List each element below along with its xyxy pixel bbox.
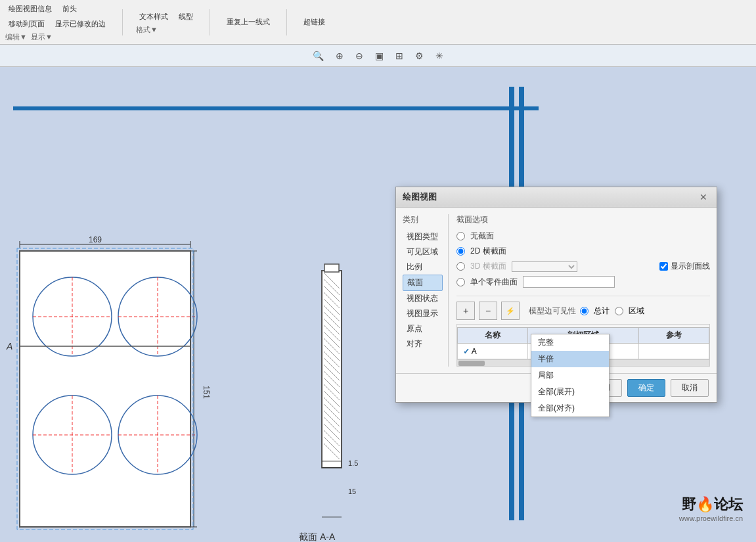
page-view-button[interactable]: ⊞ bbox=[391, 48, 408, 64]
cat-item-view-type[interactable]: 视图类型 bbox=[403, 229, 443, 244]
hyperlink-button[interactable]: 超链接 bbox=[300, 15, 328, 29]
label-show-section-line[interactable]: 显示剖面线 bbox=[671, 261, 710, 272]
table-cell-reference bbox=[639, 344, 709, 359]
ok-button[interactable]: 确定 bbox=[627, 379, 665, 397]
cat-item-section[interactable]: 截面 bbox=[403, 275, 443, 291]
remove-section-button[interactable]: − bbox=[479, 302, 497, 320]
cat-item-view-state[interactable]: 视图状态 bbox=[403, 291, 443, 306]
option-row-2d-section: 2D 横截面 bbox=[456, 246, 710, 257]
label-2d-section[interactable]: 2D 横截面 bbox=[470, 246, 506, 257]
radio-visibility-total[interactable] bbox=[580, 307, 589, 315]
edit-section-button[interactable]: ⚡ bbox=[501, 302, 520, 320]
special-button[interactable]: ✳ bbox=[431, 48, 448, 64]
svg-line-31 bbox=[324, 299, 340, 315]
arrow-button[interactable]: 前头 bbox=[59, 2, 80, 16]
label-visibility-region[interactable]: 区域 bbox=[629, 305, 644, 317]
toolbar-row-1: 绘图视图信息 前头 bbox=[5, 2, 80, 16]
text-style-button[interactable]: 文本样式 bbox=[136, 10, 171, 24]
option-row-no-section: 无截面 bbox=[456, 231, 710, 242]
visibility-radio-group: 总计 区域 bbox=[580, 305, 644, 317]
option-row-single-part: 单个零件曲面 bbox=[456, 276, 710, 288]
radio-2d-section[interactable] bbox=[456, 247, 465, 256]
svg-rect-54 bbox=[324, 264, 339, 272]
format-label: 格式▼ bbox=[136, 25, 158, 35]
edit-label: 编辑▼ bbox=[5, 32, 27, 42]
dropdown-item-half[interactable]: 半倍 bbox=[531, 351, 609, 367]
table-header-reference: 参考 bbox=[639, 328, 709, 344]
svg-text:1.5: 1.5 bbox=[348, 459, 358, 467]
repeat-last-button[interactable]: 重复上一线式 bbox=[223, 15, 273, 29]
move-to-page-button[interactable]: 移动到页面 bbox=[5, 17, 48, 31]
add-section-button[interactable]: + bbox=[456, 302, 475, 320]
svg-line-46 bbox=[324, 397, 340, 413]
svg-line-30 bbox=[324, 292, 340, 308]
option-row-3d-section: 3D 横截面 显示剖面线 bbox=[456, 261, 710, 272]
label-single-part[interactable]: 单个零件曲面 bbox=[470, 277, 518, 288]
logo-watermark: 野🔥论坛 www.proewildfire.cn bbox=[679, 495, 743, 522]
svg-line-37 bbox=[324, 338, 340, 354]
dialog-title-text: 绘图视图 bbox=[403, 191, 437, 203]
radio-no-section[interactable] bbox=[456, 232, 465, 240]
region-dropdown-list: 完整 半倍 局部 全部(展开) 全部(对齐) bbox=[531, 334, 610, 417]
separator-2 bbox=[210, 9, 210, 35]
svg-line-36 bbox=[324, 332, 340, 348]
logo-main-text: 野🔥论坛 bbox=[679, 495, 743, 514]
radio-single-part[interactable] bbox=[456, 278, 465, 286]
single-part-input[interactable] bbox=[523, 276, 615, 288]
label-no-section[interactable]: 无截面 bbox=[470, 231, 494, 242]
display-label: 显示▼ bbox=[31, 32, 53, 42]
cat-item-view-display[interactable]: 视图显示 bbox=[403, 306, 443, 321]
svg-line-53 bbox=[324, 443, 340, 459]
dropdown-item-full-align[interactable]: 全部(对齐) bbox=[531, 400, 609, 417]
radio-3d-section[interactable] bbox=[456, 262, 465, 271]
zoom-fit-button[interactable]: 🔍 bbox=[308, 48, 328, 64]
cat-item-scale[interactable]: 比例 bbox=[403, 260, 443, 275]
svg-line-38 bbox=[324, 345, 340, 361]
label-3d-section[interactable]: 3D 横截面 bbox=[470, 261, 506, 272]
dropdown-item-complete[interactable]: 完整 bbox=[531, 334, 609, 351]
dialog-close-button[interactable]: ✕ bbox=[697, 192, 710, 202]
svg-line-32 bbox=[324, 305, 340, 321]
toolbar-group-format: 文本样式 线型 格式▼ bbox=[136, 10, 196, 35]
dialog-title-bar: 绘图视图 ✕ bbox=[396, 187, 717, 208]
svg-line-48 bbox=[324, 411, 340, 426]
section-options-label: 截面选项 bbox=[456, 214, 488, 225]
svg-line-45 bbox=[324, 391, 340, 407]
svg-rect-26 bbox=[322, 271, 342, 468]
radio-visibility-region[interactable] bbox=[615, 307, 623, 315]
svg-text:151: 151 bbox=[202, 386, 211, 399]
toolbar-group-repeat: 重复上一线式 bbox=[223, 15, 273, 29]
svg-line-52 bbox=[324, 437, 340, 453]
settings-button[interactable]: ⚙ bbox=[411, 48, 428, 64]
category-label: 类别 bbox=[403, 214, 443, 225]
dropdown-item-local[interactable]: 局部 bbox=[531, 367, 609, 384]
svg-point-4 bbox=[118, 277, 197, 356]
svg-line-28 bbox=[324, 279, 340, 295]
line-type-button[interactable]: 线型 bbox=[175, 10, 196, 24]
svg-line-29 bbox=[324, 286, 340, 302]
dropdown-item-full-expand[interactable]: 全部(展开) bbox=[531, 384, 609, 400]
cat-item-align[interactable]: 对齐 bbox=[403, 336, 443, 351]
table-cell-check: ✓ A bbox=[458, 344, 528, 359]
cancel-button[interactable]: 取消 bbox=[671, 379, 709, 397]
svg-line-44 bbox=[324, 384, 340, 400]
canvas-area: 169 151 A A bbox=[0, 67, 756, 542]
cat-item-visible-area[interactable]: 可见区域 bbox=[403, 244, 443, 260]
zoom-in-button[interactable]: ⊕ bbox=[331, 48, 348, 64]
label-visibility-total[interactable]: 总计 bbox=[594, 305, 610, 317]
svg-line-47 bbox=[324, 404, 340, 420]
show-modified-edge-button[interactable]: 显示已修改的边 bbox=[52, 17, 109, 31]
logo-url: www.proewildfire.cn bbox=[679, 514, 743, 522]
section-3d-select[interactable] bbox=[512, 261, 577, 272]
svg-text:截面  A-A: 截面 A-A bbox=[299, 531, 336, 542]
logo-wild: 野 bbox=[682, 496, 696, 512]
drawing-view-info-button[interactable]: 绘图视图信息 bbox=[5, 2, 55, 16]
toolbar-group-edit: 绘图视图信息 前头 移动到页面 显示已修改的边 编辑▼ 显示▼ bbox=[5, 2, 109, 42]
cat-item-origin[interactable]: 原点 bbox=[403, 321, 443, 336]
toolbar: 绘图视图信息 前头 移动到页面 显示已修改的边 编辑▼ 显示▼ 文本样式 线型 … bbox=[0, 0, 756, 45]
select-box-button[interactable]: ▣ bbox=[370, 48, 388, 64]
svg-text:169: 169 bbox=[89, 235, 102, 244]
scroll-thumb[interactable] bbox=[458, 361, 485, 366]
checkbox-show-section-line[interactable] bbox=[659, 262, 668, 271]
zoom-out-button[interactable]: ⊖ bbox=[351, 48, 368, 64]
